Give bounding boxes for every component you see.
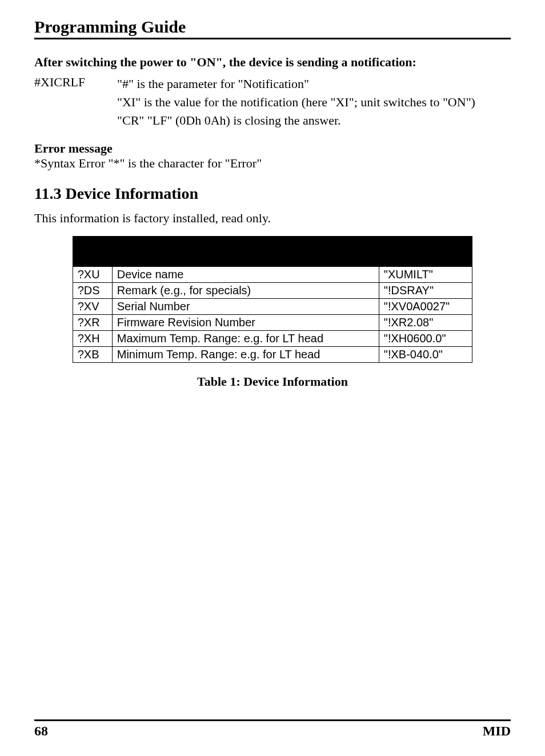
table-cell-resp: "XUMILT"	[379, 266, 472, 282]
table-cell-desc: Firmware Revision Number	[112, 314, 379, 330]
page-number: 68	[34, 723, 48, 739]
table-cell-desc: Remark (e.g., for specials)	[112, 282, 379, 298]
table-cell-desc: Device name	[112, 266, 379, 282]
notification-description: "#" is the parameter for "Notification" …	[117, 75, 511, 130]
table-cell-desc: Maximum Temp. Range: e.g. for LT head	[112, 330, 379, 346]
table-cell-resp: "!XR2.08"	[379, 314, 472, 330]
brand-label: MID	[483, 723, 511, 739]
table-header-row	[73, 236, 472, 266]
error-text: *Syntax Error "*" is the character for "…	[34, 156, 511, 171]
table-cell-resp: "!XB-040.0"	[379, 346, 472, 362]
table-row: ?DS Remark (e.g., for specials) "!DSRAY"	[73, 282, 472, 298]
table-header-cell	[112, 236, 379, 266]
table-row: ?XU Device name "XUMILT"	[73, 266, 472, 282]
table-caption: Table 1: Device Information	[34, 374, 511, 389]
table-cell-resp: "!XH0600.0"	[379, 330, 472, 346]
table-cell-desc: Minimum Temp. Range: e.g. for LT head	[112, 346, 379, 362]
table-row: ?XV Serial Number "!XV0A0027"	[73, 298, 472, 314]
table-cell-resp: "!DSRAY"	[379, 282, 472, 298]
table-cell-resp: "!XV0A0027"	[379, 298, 472, 314]
table-cell-cmd: ?XU	[73, 266, 112, 282]
table-header-cell	[73, 236, 112, 266]
page-title: Programming Guide	[34, 17, 511, 39]
intro-text: After switching the power to "ON", the d…	[34, 53, 511, 71]
section-intro: This information is factory installed, r…	[34, 211, 511, 226]
table-cell-cmd: ?XR	[73, 314, 112, 330]
notification-line-3: "CR" "LF" (0Dh 0Ah) is closing the answe…	[117, 111, 511, 130]
section-heading: 11.3 Device Information	[34, 185, 511, 203]
table-cell-cmd: ?XB	[73, 346, 112, 362]
notification-line-2: "XI" is the value for the notification (…	[117, 93, 511, 111]
table-cell-cmd: ?DS	[73, 282, 112, 298]
notification-row: #XICRLF "#" is the parameter for "Notifi…	[34, 75, 511, 130]
table-cell-cmd: ?XH	[73, 330, 112, 346]
page-footer: 68 MID	[34, 719, 511, 739]
table-cell-cmd: ?XV	[73, 298, 112, 314]
device-table: ?XU Device name "XUMILT" ?DS Remark (e.g…	[73, 236, 473, 363]
notification-label: #XICRLF	[34, 75, 117, 130]
notification-line-1: "#" is the parameter for "Notification"	[117, 75, 511, 93]
table-row: ?XB Minimum Temp. Range: e.g. for LT hea…	[73, 346, 472, 362]
table-cell-desc: Serial Number	[112, 298, 379, 314]
error-heading: Error message	[34, 141, 511, 156]
table-header-cell	[379, 236, 472, 266]
table-row: ?XH Maximum Temp. Range: e.g. for LT hea…	[73, 330, 472, 346]
footer-divider	[34, 719, 511, 721]
table-row: ?XR Firmware Revision Number "!XR2.08"	[73, 314, 472, 330]
